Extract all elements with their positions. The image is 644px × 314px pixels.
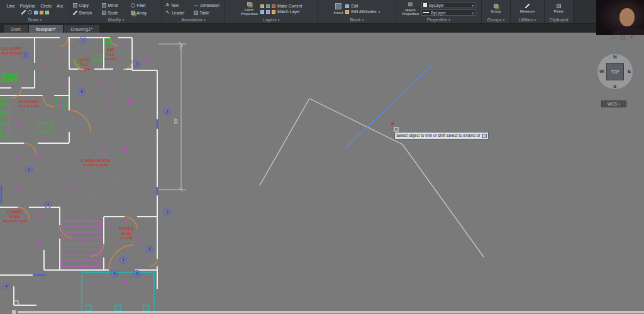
viewcube-top-face[interactable]: TOP [606,63,624,80]
chevron-down-icon: ▾ [448,18,450,22]
measure-icon [525,4,530,8]
ribbon-panel-draw: Line Polyline Circle Arc Draw▾ [0,0,70,23]
room-label: WOOD FLOOR [3,219,28,223]
color-swatch [423,3,427,7]
edit-attributes-button[interactable]: Edit Attributes▾ [345,9,380,14]
scale-tool[interactable]: Scale [102,11,131,15]
pickbox-cursor [394,127,398,131]
viewcube-north[interactable]: N [613,54,617,60]
autocad-window: { "ribbon": { "draw": {"label": "Draw", … [0,0,644,314]
tooltip-option-icon [482,134,487,138]
tab-floorplan[interactable]: floorplan* [29,25,63,33]
line-icon[interactable] [21,10,26,14]
paste-button[interactable]: Paste [554,4,564,14]
ribbon-panel-block: Insert Edit Edit Attributes▾ Block▾ [318,0,396,23]
sketch-lines[interactable] [260,66,484,257]
annotation-panel-button[interactable]: Annotation▾ [164,16,223,23]
help-icon[interactable]: ? [630,35,633,40]
copy-tool[interactable]: Copy [73,3,102,8]
ribbon-panel-annotation: AText ↔Dimension ↖Leader Table Annotatio… [162,0,225,23]
tab-start[interactable]: Start [4,25,28,33]
chevron-down-icon: ▾ [122,18,124,22]
line-tool[interactable]: Line [6,4,14,8]
arc-tool[interactable]: Arc [57,4,64,8]
draw-panel-button[interactable]: Draw▾ [2,16,68,23]
group-button[interactable]: Group [491,4,501,14]
table-tool[interactable]: Table [194,11,221,15]
lineweight-dropdown[interactable]: ByLayer ▾ [421,9,475,16]
mirror-icon [102,3,106,8]
layer-icon [272,4,275,8]
chevron-down-icon: ▾ [40,18,42,22]
staircase[interactable] [62,221,101,266]
hatch-icon[interactable] [34,11,38,14]
viewcube-west[interactable]: W [599,68,604,74]
window-segments[interactable] [1,119,157,275]
layer-properties-button[interactable]: Layer Properties [241,2,258,16]
leader-tool[interactable]: ↖Leader [166,10,194,15]
room-label: LIVING ROOM [80,158,110,163]
match-properties-icon: ▨ [408,2,413,7]
groups-panel-label: Groups [487,18,502,22]
minimize-icon[interactable]: — [611,35,616,40]
annotation-panel-label: Annotation [181,18,202,22]
circle-tool[interactable]: Circle [40,4,52,8]
trim-tooltip: Select object to trim or shift-select to… [394,132,489,139]
bubble-number: 7 [179,45,182,50]
text-tool[interactable]: AText [166,3,194,8]
dimension-annotation[interactable]: 33' [158,42,186,192]
match-layer-button[interactable]: Match Layer [260,9,302,14]
room-label: BATH [79,58,91,62]
ucs-selector-label: WCS [608,102,617,106]
utilities-panel-label: Utilities [519,18,533,22]
groups-panel-button[interactable]: Groups▾ [484,16,508,23]
fillet-tool[interactable]: Fillet [131,3,160,8]
make-current-button[interactable]: Make Current [260,4,302,8]
layers-panel-button[interactable]: Layers▾ [227,16,316,23]
restore-icon[interactable]: ▢ [621,35,626,40]
clipboard-panel-label: Clipboard [547,16,571,23]
bubble-number: 2 [24,53,26,57]
file-tab-bar: Start floorplan* Drawing1* [0,24,644,33]
insert-block-button[interactable]: Insert [333,3,343,15]
chevron-down-icon: ▾ [278,18,280,22]
viewcube-south[interactable]: S [613,84,616,89]
gradient-icon[interactable] [40,11,43,14]
circle-icon[interactable] [28,10,32,14]
floorplan-walls[interactable] [0,38,157,289]
utilities-panel-button[interactable]: Utilities▾ [513,16,542,23]
match-properties-button[interactable]: ▨ Match Properties [402,2,419,16]
webcam-person-shoulders [613,28,644,35]
polyline-tool[interactable]: Polyline [20,4,36,8]
viewcube[interactable]: N S W E TOP [595,50,635,93]
door-swing-arcs[interactable] [11,38,157,270]
horizontal-scrollbar[interactable] [18,311,644,313]
tooltip-text: Select object to trim or shift-select to… [396,133,480,139]
porch-outline[interactable] [82,271,154,312]
tab-drawing1[interactable]: Drawing1* [64,25,100,33]
measure-button[interactable]: Measure [520,4,535,14]
room-label: FOYER [119,227,134,231]
stretch-tool[interactable]: Stretch [73,11,102,15]
table-icon [194,11,198,15]
scrollbar-end-box[interactable] [12,310,16,314]
viewcube-east[interactable]: E [628,68,631,74]
room-label: FLOOR [104,57,116,61]
ribbon-panel-properties: ▨ Match Properties ByLayer ▾ ByLayer ▾ P… [396,0,482,23]
edit-block-button[interactable]: Edit [345,4,380,8]
leader-icon: ↖ [166,10,170,15]
boundary-icon[interactable] [45,11,49,14]
drawing-window-controls: — ▢ ? [611,35,633,40]
modify-panel-button[interactable]: Modify▾ [72,16,160,23]
properties-panel-button[interactable]: Properties▾ [398,16,479,23]
bubble-number: 2 [82,38,84,42]
layer-icon [260,10,264,14]
ucs-selector-button[interactable]: WCS ▾ [601,100,626,107]
group-icon [494,4,498,8]
object-color-dropdown[interactable]: ByLayer ▾ [421,2,475,8]
mirror-tool[interactable]: Mirror [102,3,131,8]
dimension-tool[interactable]: ↔Dimension [194,3,221,8]
bubble-number: 3 [28,167,30,171]
array-tool[interactable]: Array [131,11,160,15]
block-panel-button[interactable]: Block▾ [320,16,394,23]
